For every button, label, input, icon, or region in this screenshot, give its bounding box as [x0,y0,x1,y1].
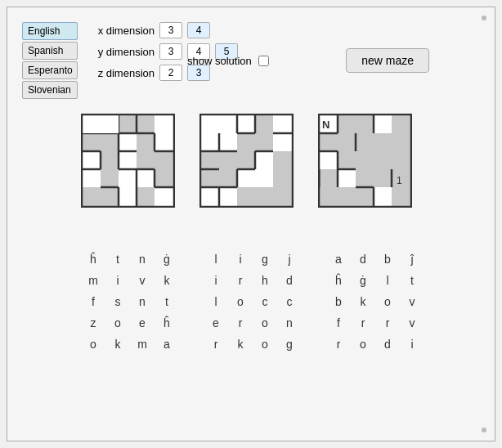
show-solution-area: show solution [187,55,269,67]
letter-cell: j [277,249,302,270]
letter-cell: i [204,270,228,291]
letter-cell: n [130,249,155,270]
letter-cell: a [326,249,351,270]
svg-rect-102 [356,151,374,169]
svg-rect-24 [137,187,155,206]
letter-cell: k [351,291,375,312]
svg-rect-50 [201,115,219,133]
svg-text:N: N [322,119,329,131]
z-dim-input2[interactable] [187,65,210,81]
maze-1 [81,114,175,208]
svg-rect-4 [137,115,155,133]
svg-rect-51 [219,115,237,133]
maze-2-svg [199,114,294,208]
svg-rect-110 [320,187,338,206]
lang-spanish[interactable]: Spanish [22,42,78,60]
lang-slovenian[interactable]: Slovenian [22,81,78,99]
letter-cell: f [326,312,351,334]
svg-rect-17 [101,169,119,187]
svg-rect-91 [338,115,356,133]
top-right-dot [482,16,486,20]
svg-rect-61 [219,151,237,169]
svg-rect-101 [338,151,356,169]
letter-grid-3: a d b ĵ ĥ ġ l t b k o v f r r v r o d i [326,249,424,355]
show-solution-checkbox[interactable] [258,56,269,66]
lang-english[interactable]: English [22,22,78,40]
svg-rect-96 [338,133,356,151]
letter-cell: o [351,334,375,355]
letter-cell: c [253,291,277,312]
svg-rect-57 [237,133,255,151]
letter-grid-1: ĥ t n ġ m i v k f s n t z o e ĥ o k m a [81,249,179,355]
letter-cell: k [228,334,253,355]
svg-rect-70 [201,187,219,206]
letter-cell: o [81,334,105,355]
svg-rect-92 [356,115,374,133]
svg-rect-47 [101,115,119,133]
z-dimension-row: z dimension [89,65,238,81]
bottom-right-dot [482,428,486,432]
svg-rect-104 [392,151,410,169]
letter-grid-2: l i g j i r h d l o c c e r o n r k o g [204,249,302,355]
letter-cell: n [277,312,302,334]
letter-cell: i [105,270,130,291]
svg-rect-21 [83,187,101,206]
letter-cell: r [204,334,228,355]
letter-cell: e [130,312,155,334]
letter-cell: l [204,291,228,312]
letter-cell: c [277,291,302,312]
svg-rect-16 [83,169,101,187]
svg-rect-98 [374,133,392,151]
svg-rect-99 [392,133,410,151]
svg-rect-94 [392,115,410,133]
letter-cell: k [155,270,179,291]
letter-cell: o [228,291,253,312]
maze-1-svg [81,114,175,208]
svg-rect-112 [356,187,374,206]
svg-rect-12 [101,151,119,169]
x-dim-input1[interactable] [159,22,182,38]
letter-cell: r [326,334,351,355]
svg-rect-18 [119,169,137,187]
letter-cell: n [130,291,155,312]
svg-rect-7 [101,133,119,151]
svg-rect-53 [255,115,273,133]
letter-cell: a [155,334,179,355]
letter-cell: o [253,312,277,334]
svg-rect-68 [255,169,273,187]
letter-cell: ĥ [155,312,179,334]
svg-rect-69 [273,169,292,187]
letter-cell: m [81,270,105,291]
letter-cell: k [105,334,130,355]
x-dimension-row: x dimension [89,22,238,38]
z-dim-input1[interactable] [159,65,182,81]
letter-cell: h [253,270,277,291]
svg-rect-46 [83,115,101,133]
letter-cell: b [326,291,351,312]
letter-cell: r [351,312,375,334]
letter-cell: v [130,270,155,291]
letter-cell: r [228,312,253,334]
x-dim-input2[interactable] [187,22,210,38]
svg-rect-67 [237,169,255,187]
y-dim-input1[interactable] [159,43,182,60]
svg-rect-8 [119,133,137,151]
lang-esperanto[interactable]: Esperanto [22,61,78,79]
letter-cell: r [228,270,253,291]
letter-cell: ĥ [326,270,351,291]
letter-cell: t [400,270,424,291]
new-maze-button[interactable]: new maze [346,48,429,73]
letter-cell: b [375,249,400,270]
letter-cell: t [155,291,179,312]
svg-rect-55 [201,133,219,151]
letter-cell: d [375,334,400,355]
svg-rect-22 [101,187,119,206]
svg-rect-60 [201,151,219,169]
letter-cell: l [204,249,228,270]
letter-cell: g [253,249,277,270]
svg-text:1: 1 [397,175,402,186]
svg-rect-72 [237,187,255,206]
maze-2 [199,114,294,208]
svg-rect-11 [83,151,101,169]
svg-rect-111 [338,187,356,206]
